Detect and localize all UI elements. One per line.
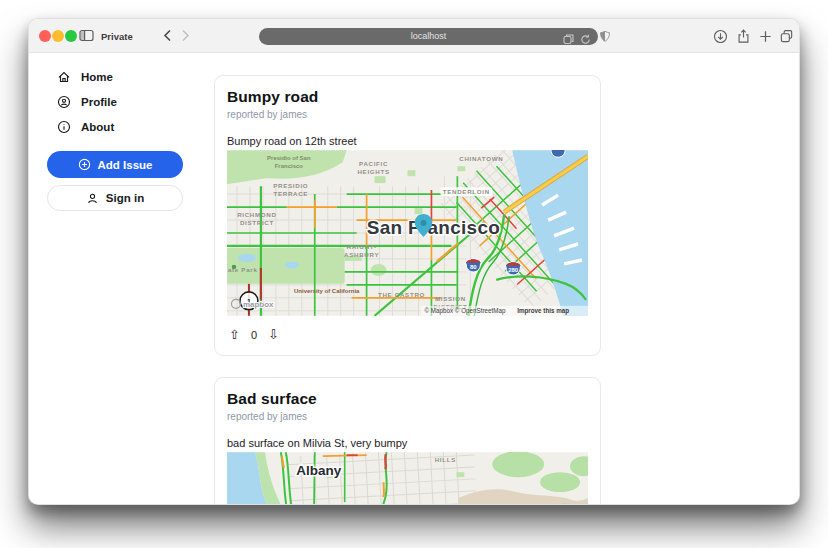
forward-button[interactable]	[181, 29, 190, 42]
safari-window: Private localhost	[28, 18, 800, 505]
svg-text:280: 280	[508, 267, 519, 273]
profile-icon	[57, 95, 71, 109]
add-issue-label: Add Issue	[98, 159, 153, 171]
issue-card: Bad surface reported by james bad surfac…	[214, 377, 601, 505]
plus-circle-icon	[78, 158, 91, 171]
sign-in-button[interactable]: Sign in	[47, 185, 183, 211]
svg-text:HEIGHTS: HEIGHTS	[357, 168, 389, 175]
sidebar-item-label: Home	[81, 71, 113, 83]
reload-icon[interactable]	[580, 31, 591, 49]
browser-viewport: Home Profile About	[29, 54, 799, 504]
desktop: Private localhost	[0, 0, 828, 548]
svg-text:RICHMOND: RICHMOND	[237, 211, 277, 218]
svg-text:TENDERLOIN: TENDERLOIN	[443, 188, 490, 195]
svg-text:80: 80	[470, 264, 477, 270]
downloads-icon[interactable]	[713, 29, 728, 44]
issue-byline: reported by james	[227, 109, 588, 120]
info-icon	[57, 120, 71, 134]
close-window-button[interactable]	[39, 30, 51, 42]
sidebar-item-about[interactable]: About	[57, 117, 183, 137]
privacy-shield-icon[interactable]	[599, 30, 611, 43]
tab-overview-icon[interactable]	[779, 29, 794, 44]
svg-text:mapbox: mapbox	[243, 300, 274, 309]
sidebar-item-home[interactable]: Home	[57, 67, 183, 87]
svg-text:MISSION: MISSION	[435, 295, 466, 302]
svg-text:PRESIDIO: PRESIDIO	[273, 182, 308, 189]
issue-description: bad surface on Milvia St, very bumpy	[227, 437, 588, 449]
issue-card: Bumpy road reported by james Bumpy road …	[214, 75, 601, 356]
tab-group-icon[interactable]	[563, 31, 574, 49]
back-button[interactable]	[163, 29, 172, 42]
issue-title: Bad surface	[227, 390, 588, 408]
app-sidebar: Home Profile About	[47, 62, 183, 211]
svg-text:DISTRICT: DISTRICT	[240, 219, 274, 226]
sidebar-item-label: Profile	[81, 96, 117, 108]
svg-text:Presidio of San: Presidio of San	[267, 155, 311, 161]
svg-text:HAIGHT-: HAIGHT-	[346, 243, 376, 250]
issue-map-san-francisco[interactable]: Presidio of San Francisco PACIFIC HEIGHT…	[227, 150, 588, 316]
private-badge: Private	[101, 31, 133, 42]
svg-text:Albany: Albany	[296, 463, 341, 478]
issue-map-albany[interactable]: Albany HILLS	[227, 452, 588, 505]
sidebar-item-profile[interactable]: Profile	[57, 92, 183, 112]
svg-text:HILLS: HILLS	[435, 456, 456, 463]
vote-row: ⇧ 0 ⇩	[227, 316, 588, 355]
sidebar-item-label: About	[81, 121, 114, 133]
sidebar-toggle-icon[interactable]	[79, 29, 94, 42]
issue-byline: reported by james	[227, 411, 588, 422]
highway-shield-80: 80	[465, 259, 481, 272]
svg-text:Gate Park: Gate Park	[227, 266, 258, 273]
downvote-button[interactable]: ⇩	[268, 328, 279, 341]
svg-text:CHINATOWN: CHINATOWN	[459, 155, 503, 162]
upvote-button[interactable]: ⇧	[229, 328, 240, 341]
issues-feed: Bumpy road reported by james Bumpy road …	[214, 75, 601, 505]
share-icon[interactable]	[736, 29, 751, 44]
map-attribution: © Mapbox © OpenStreetMap	[424, 307, 505, 315]
svg-text:University of California: University of California	[294, 288, 360, 294]
issue-title: Bumpy road	[227, 88, 588, 106]
minimize-window-button[interactable]	[52, 30, 64, 42]
svg-text:THE CASTRO: THE CASTRO	[378, 291, 425, 298]
add-issue-button[interactable]: Add Issue	[47, 151, 183, 178]
svg-text:ASHBURY: ASHBURY	[344, 251, 379, 258]
new-tab-icon[interactable]	[758, 29, 773, 44]
titlebar[interactable]: Private localhost	[29, 19, 799, 53]
sign-in-label: Sign in	[106, 192, 144, 204]
person-icon	[86, 192, 99, 205]
svg-text:PACIFIC: PACIFIC	[359, 160, 388, 167]
improve-map-link[interactable]: Improve this map	[517, 307, 569, 315]
issue-description: Bumpy road on 12th street	[227, 135, 588, 147]
vote-count: 0	[251, 329, 257, 341]
svg-text:Francisco: Francisco	[275, 163, 304, 169]
home-icon	[57, 70, 71, 84]
svg-text:TERRACE: TERRACE	[273, 190, 308, 197]
address-bar-url[interactable]: localhost	[259, 28, 598, 45]
address-bar[interactable]: localhost	[259, 28, 598, 45]
city-label: San Francisco	[367, 217, 500, 238]
zoom-window-button[interactable]	[65, 30, 77, 42]
highway-shield-280: 280	[505, 262, 521, 275]
